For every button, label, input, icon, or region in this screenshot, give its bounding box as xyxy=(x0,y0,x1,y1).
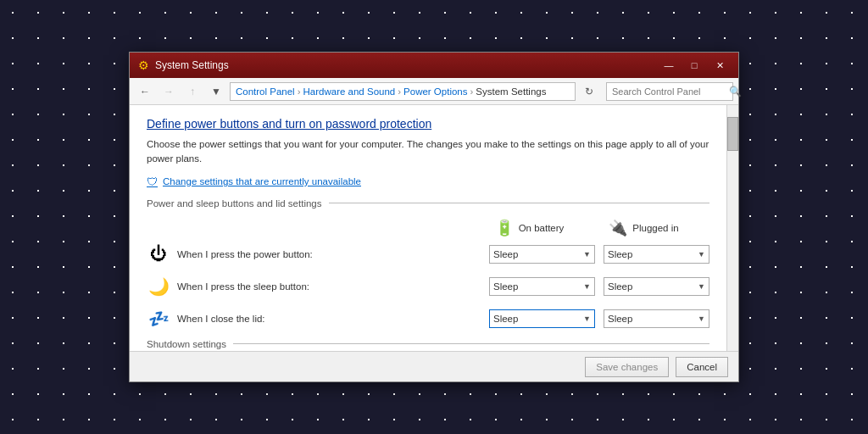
cancel-button[interactable]: Cancel xyxy=(676,357,728,377)
title-bar: ⚙ System Settings — □ ✕ xyxy=(130,53,738,78)
window-title: System Settings xyxy=(155,59,657,71)
chevron-down-icon: ▼ xyxy=(583,250,591,259)
bottom-bar: Save changes Cancel xyxy=(130,351,738,381)
section-label-shutdown: Shutdown settings xyxy=(147,339,226,349)
page-title: Define power buttons and turn on passwor… xyxy=(147,117,709,131)
refresh-button[interactable]: ↻ xyxy=(579,82,599,101)
lid-battery-value: Sleep xyxy=(493,314,518,324)
maximize-button[interactable]: □ xyxy=(682,57,706,74)
plug-icon: 🔌 xyxy=(609,219,627,237)
sleep-plugged-dropdown[interactable]: Sleep ▼ xyxy=(604,277,709,296)
col-header-plugged: 🔌 Plugged in xyxy=(587,219,701,237)
nav-bar: ← → ↑ ▼ Control Panel › Hardware and Sou… xyxy=(130,78,738,105)
close-button[interactable]: ✕ xyxy=(708,57,732,74)
chevron-down-icon: ▼ xyxy=(698,282,705,291)
columns-header: 🔋 On battery 🔌 Plugged in xyxy=(147,219,709,237)
sleep-plugged-value: Sleep xyxy=(608,281,632,292)
power-button-label: When I press the power button: xyxy=(177,249,489,259)
lid-close-row: 💤 When I close the lid: Sleep ▼ Do nothi… xyxy=(147,307,709,331)
breadcrumb-control-panel[interactable]: Control Panel xyxy=(236,86,295,97)
content-area: Define power buttons and turn on passwor… xyxy=(130,105,738,351)
search-icon: 🔍 xyxy=(729,86,742,97)
sleep-button-dropdowns: Sleep ▼ Sleep ▼ xyxy=(489,277,709,296)
section-divider-power: Power and sleep buttons and lid settings xyxy=(147,198,709,209)
battery-icon: 🔋 xyxy=(495,219,514,237)
scrollbar-thumb[interactable] xyxy=(727,117,738,151)
divider-line-shutdown xyxy=(233,343,709,344)
description: Choose the power settings that you want … xyxy=(147,137,709,167)
change-settings-link[interactable]: 🛡 Change settings that are currently una… xyxy=(147,175,709,188)
section-divider-shutdown: Shutdown settings xyxy=(147,339,709,349)
chevron-down-icon: ▼ xyxy=(583,282,591,291)
lid-plugged-value: Sleep xyxy=(608,314,632,324)
back-button[interactable]: ← xyxy=(135,82,155,101)
power-battery-dropdown[interactable]: Sleep ▼ xyxy=(489,245,595,264)
on-battery-label: On battery xyxy=(519,223,565,233)
breadcrumb-current: System Settings xyxy=(476,86,546,97)
power-button-icon: ⏻ xyxy=(147,242,170,266)
power-button-row: ⏻ When I press the power button: Sleep ▼… xyxy=(147,242,709,266)
sleep-battery-value: Sleep xyxy=(493,281,518,292)
up-button[interactable]: ↑ xyxy=(182,82,203,101)
minimize-button[interactable]: — xyxy=(657,57,681,74)
sleep-button-label: When I press the sleep button: xyxy=(177,281,489,292)
chevron-down-icon: ▼ xyxy=(583,314,591,323)
col-header-battery: 🔋 On battery xyxy=(472,219,587,237)
lid-battery-dropdown[interactable]: Sleep ▼ Do nothing Sleep Hibernate Shut … xyxy=(489,309,595,328)
sleep-battery-dropdown[interactable]: Sleep ▼ xyxy=(489,277,595,296)
breadcrumb-power-options[interactable]: Power Options xyxy=(403,86,467,97)
breadcrumb-hardware-sound[interactable]: Hardware and Sound xyxy=(303,86,396,97)
sleep-button-icon: 🌙 xyxy=(147,275,170,298)
lid-plugged-dropdown[interactable]: Sleep ▼ xyxy=(604,309,709,328)
address-bar: Control Panel › Hardware and Sound › Pow… xyxy=(230,82,576,101)
shield-icon: 🛡 xyxy=(147,175,158,188)
window-icon: ⚙ xyxy=(136,58,150,72)
sleep-button-row: 🌙 When I press the sleep button: Sleep ▼… xyxy=(147,275,709,298)
search-input[interactable] xyxy=(612,86,729,97)
chevron-down-icon: ▼ xyxy=(698,250,705,259)
chevron-down-icon: ▼ xyxy=(698,314,705,323)
divider-line xyxy=(329,203,710,203)
lid-close-label: When I close the lid: xyxy=(177,314,489,324)
scrollbar[interactable] xyxy=(726,105,738,351)
lid-close-icon: 💤 xyxy=(147,307,170,331)
power-battery-value: Sleep xyxy=(493,249,518,259)
recent-pages-button[interactable]: ▼ xyxy=(206,82,226,101)
lid-close-dropdowns: Sleep ▼ Do nothing Sleep Hibernate Shut … xyxy=(489,309,709,328)
power-button-dropdowns: Sleep ▼ Sleep ▼ xyxy=(489,245,709,264)
main-content: Define power buttons and turn on passwor… xyxy=(130,105,726,351)
plugged-in-label: Plugged in xyxy=(632,223,678,233)
save-changes-button[interactable]: Save changes xyxy=(585,357,669,377)
section-label-power: Power and sleep buttons and lid settings xyxy=(147,198,322,209)
power-plugged-value: Sleep xyxy=(608,249,632,259)
power-plugged-dropdown[interactable]: Sleep ▼ xyxy=(604,245,709,264)
forward-button[interactable]: → xyxy=(159,82,179,101)
search-box[interactable]: 🔍 xyxy=(606,82,733,101)
system-settings-window: ⚙ System Settings — □ ✕ ← → ↑ ▼ Control … xyxy=(129,52,739,382)
title-bar-buttons: — □ ✕ xyxy=(657,57,732,74)
